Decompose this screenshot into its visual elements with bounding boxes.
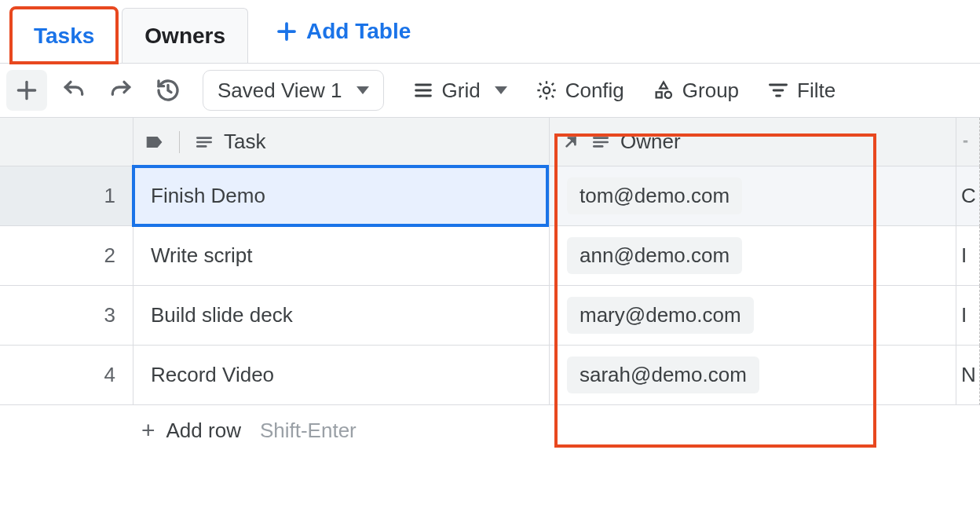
history-icon bbox=[155, 78, 181, 103]
tab-owners[interactable]: Owners bbox=[122, 8, 248, 63]
cell-task[interactable]: Write script bbox=[133, 226, 550, 286]
cell-trail[interactable]: I bbox=[956, 226, 980, 286]
add-row-hint: Shift-Enter bbox=[260, 419, 357, 443]
tabs-bar: Tasks Owners Add Table bbox=[0, 0, 980, 63]
add-table-button[interactable]: Add Table bbox=[275, 19, 411, 44]
config-label: Config bbox=[565, 79, 624, 103]
redo-button[interactable] bbox=[101, 70, 141, 111]
column-header-more[interactable] bbox=[956, 118, 980, 166]
toolbar: Saved View 1 Grid Config Group bbox=[0, 63, 980, 118]
tab-tasks-label: Tasks bbox=[34, 24, 94, 49]
undo-button[interactable] bbox=[53, 70, 94, 111]
row-number[interactable]: 3 bbox=[0, 286, 133, 346]
filter-button[interactable]: Filte bbox=[756, 70, 847, 111]
data-grid: Task Owner 1 Finish Demo tom@demo.com bbox=[0, 118, 980, 405]
tab-owners-label: Owners bbox=[144, 24, 225, 49]
add-table-label: Add Table bbox=[306, 19, 411, 44]
history-button[interactable] bbox=[148, 70, 188, 111]
cell-trail[interactable]: I bbox=[956, 286, 980, 346]
toolbar-add-button[interactable] bbox=[6, 70, 47, 111]
column-header-owner-label: Owner bbox=[620, 130, 681, 154]
add-row-label: Add row bbox=[166, 419, 241, 443]
plus-icon bbox=[275, 20, 298, 43]
gear-icon bbox=[536, 79, 558, 101]
config-button[interactable]: Config bbox=[525, 70, 635, 111]
plus-icon bbox=[14, 78, 39, 103]
view-type-label: Grid bbox=[442, 79, 481, 103]
plus-icon: + bbox=[141, 417, 155, 444]
cell-owner[interactable]: tom@demo.com bbox=[550, 166, 956, 226]
svg-point-7 bbox=[543, 87, 550, 93]
chevron-down-icon bbox=[495, 86, 507, 94]
owner-chip[interactable]: sarah@demo.com bbox=[567, 357, 759, 393]
row-number[interactable]: 4 bbox=[0, 346, 133, 405]
column-header-task[interactable]: Task bbox=[133, 118, 550, 166]
list-icon bbox=[412, 79, 434, 101]
svg-marker-8 bbox=[660, 82, 667, 89]
cell-owner[interactable]: sarah@demo.com bbox=[550, 346, 956, 405]
chevron-down-icon bbox=[357, 86, 369, 94]
cell-trail[interactable]: N bbox=[956, 346, 980, 405]
svg-rect-9 bbox=[656, 92, 661, 97]
row-number[interactable]: 2 bbox=[0, 226, 133, 286]
cell-trail[interactable]: C bbox=[956, 166, 980, 226]
cell-task[interactable]: Build slide deck bbox=[133, 286, 550, 346]
view-type-dropdown[interactable]: Grid bbox=[401, 70, 518, 111]
group-icon bbox=[653, 79, 675, 101]
owner-chip[interactable]: mary@demo.com bbox=[567, 297, 754, 334]
row-number[interactable]: 1 bbox=[0, 166, 133, 226]
column-header-rownum[interactable] bbox=[0, 118, 133, 166]
cell-task[interactable]: Finish Demo bbox=[133, 166, 550, 226]
text-icon bbox=[591, 132, 611, 152]
text-icon bbox=[194, 132, 214, 152]
column-header-owner[interactable]: Owner bbox=[550, 118, 956, 166]
redo-icon bbox=[108, 78, 133, 103]
tab-tasks[interactable]: Tasks bbox=[11, 8, 117, 63]
arrow-out-icon bbox=[561, 132, 581, 152]
svg-point-10 bbox=[665, 92, 671, 98]
group-label: Group bbox=[682, 79, 739, 103]
saved-view-dropdown[interactable]: Saved View 1 bbox=[203, 70, 384, 111]
tag-icon bbox=[144, 132, 165, 152]
group-button[interactable]: Group bbox=[642, 70, 750, 111]
divider bbox=[179, 131, 180, 153]
cell-owner[interactable]: ann@demo.com bbox=[550, 226, 956, 286]
filter-icon bbox=[767, 79, 789, 101]
svg-marker-14 bbox=[147, 137, 161, 147]
owner-chip[interactable]: ann@demo.com bbox=[567, 237, 742, 274]
cell-owner[interactable]: mary@demo.com bbox=[550, 286, 956, 346]
filter-label: Filte bbox=[797, 79, 836, 103]
column-header-task-label: Task bbox=[224, 130, 265, 154]
add-row-button[interactable]: + Add row Shift-Enter bbox=[0, 405, 980, 455]
owner-chip[interactable]: tom@demo.com bbox=[567, 177, 742, 214]
undo-icon bbox=[61, 78, 86, 103]
cell-task[interactable]: Record Video bbox=[133, 346, 550, 405]
text-icon bbox=[963, 132, 968, 152]
saved-view-label: Saved View 1 bbox=[218, 79, 342, 103]
